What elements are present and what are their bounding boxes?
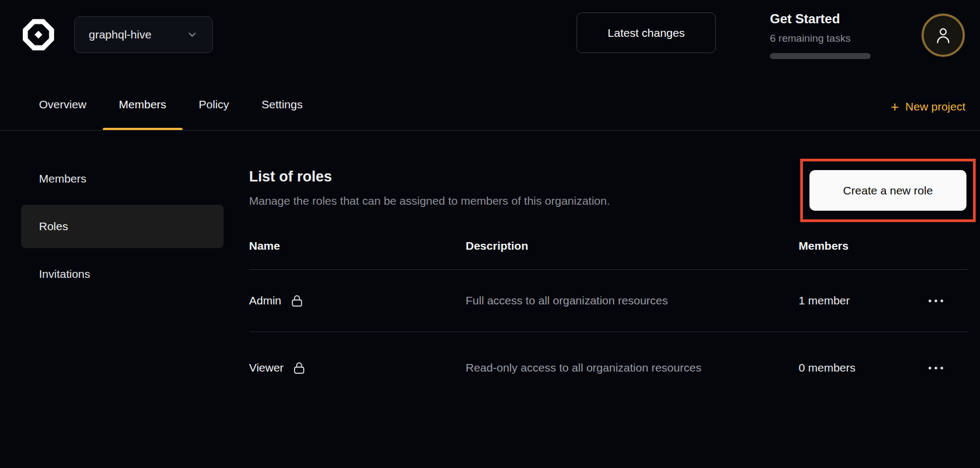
column-header-members: Members <box>799 239 927 252</box>
get-started-widget[interactable]: Get Started 6 remaining tasks <box>770 12 873 59</box>
table-row: Viewer Read-only access to all organizat… <box>249 332 969 404</box>
members-sidebar: Members Roles Invitations <box>21 157 224 296</box>
hive-logo-icon <box>21 15 56 54</box>
content-area: Members Roles Invitations List of roles … <box>0 131 980 468</box>
annotation-highlight-box: Create a new role <box>800 159 976 222</box>
tab-overview[interactable]: Overview <box>23 98 103 130</box>
tab-settings[interactable]: Settings <box>245 98 319 130</box>
column-header-name: Name <box>249 239 466 252</box>
table-header: Name Description Members <box>249 239 969 253</box>
get-started-subtitle: 6 remaining tasks <box>770 32 873 45</box>
lock-icon <box>290 294 304 308</box>
table-row: Admin Full access to all organization re… <box>249 270 969 332</box>
chevron-down-icon <box>186 29 198 41</box>
user-avatar[interactable] <box>922 14 965 57</box>
get-started-progress-bar <box>770 53 871 59</box>
tab-members[interactable]: Members <box>103 98 183 130</box>
plus-icon: + <box>891 101 899 113</box>
get-started-title: Get Started <box>770 12 873 26</box>
sidebar-item-members[interactable]: Members <box>21 157 224 200</box>
org-name: graphql-hive <box>89 28 152 41</box>
row-menu-button[interactable] <box>927 361 944 375</box>
sidebar-item-invitations[interactable]: Invitations <box>21 252 224 296</box>
tab-policy[interactable]: Policy <box>182 98 245 130</box>
org-tabbar: Overview Members Policy Settings + New p… <box>0 70 980 131</box>
role-members-count: 0 members <box>799 361 927 374</box>
new-project-label: New project <box>905 100 965 113</box>
top-header: graphql-hive Latest changes Get Started … <box>0 0 980 70</box>
lock-icon <box>292 361 306 375</box>
column-header-description: Description <box>466 239 799 252</box>
user-icon <box>933 25 953 46</box>
row-menu-button[interactable] <box>927 294 944 308</box>
role-description: Read-only access to all organization res… <box>466 359 739 376</box>
new-project-button[interactable]: + New project <box>891 100 965 113</box>
roles-panel: List of roles Manage the roles that can … <box>249 131 969 404</box>
create-role-button[interactable]: Create a new role <box>809 170 966 211</box>
role-members-count: 1 member <box>799 294 927 307</box>
role-name: Viewer <box>249 361 284 374</box>
latest-changes-button[interactable]: Latest changes <box>577 12 716 53</box>
role-name: Admin <box>249 294 282 307</box>
role-description: Full access to all organization resource… <box>466 292 739 309</box>
org-selector[interactable]: graphql-hive <box>74 16 213 53</box>
sidebar-item-roles[interactable]: Roles <box>21 205 224 248</box>
